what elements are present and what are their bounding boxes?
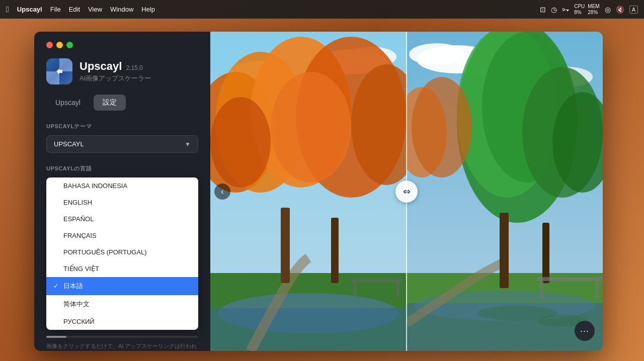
traffic-lights xyxy=(46,42,198,48)
menu-help[interactable]: Help xyxy=(141,6,155,13)
lang-item-en[interactable]: ENGLISH xyxy=(46,194,198,211)
svg-rect-39 xyxy=(595,281,599,299)
svg-rect-36 xyxy=(542,223,549,283)
menubar-right: ⊡ ◷ 🗝 CPU 8% MEM 28% ◎ 🔇 A xyxy=(540,4,638,16)
preview-left xyxy=(210,32,407,351)
lang-label-ja: 日本語 xyxy=(63,282,83,291)
svg-point-22 xyxy=(409,43,464,65)
clock-icon[interactable]: ◷ xyxy=(551,6,557,14)
theme-dropdown[interactable]: UPSCAYL ▼ xyxy=(46,135,198,153)
maximize-button[interactable] xyxy=(66,42,73,48)
theme-dropdown-container: UPSCAYL ▼ xyxy=(46,135,198,153)
menubar-left:  Upscayl File Edit View Window Help xyxy=(6,5,155,14)
user-icon[interactable]: A xyxy=(629,6,638,14)
lang-label-zh: 简体中文 xyxy=(63,300,90,309)
language-dropdown[interactable]: BAHASA INDONESIA ENGLISH ESPAÑOL FRANÇAI… xyxy=(46,177,198,330)
scroll-track xyxy=(46,336,198,338)
app-version: 2.15.0 xyxy=(126,64,142,71)
tab-settings[interactable]: 設定 xyxy=(94,95,126,111)
svg-rect-16 xyxy=(331,218,339,283)
mute-icon[interactable]: 🔇 xyxy=(616,6,624,14)
svg-point-11 xyxy=(271,72,351,183)
collapse-left-button[interactable]: ‹ xyxy=(214,184,230,200)
sidebar: Upscayl 2.15.0 AI画像アップスケーラー Upscayl 設定 U… xyxy=(34,32,210,351)
more-options-button[interactable]: ··· xyxy=(575,321,595,341)
lang-label-ru: РУССКИЙ xyxy=(63,318,95,325)
tab-row: Upscayl 設定 xyxy=(46,95,198,111)
lang-label-pt: PORTUGUÊS (PORTUGAL) xyxy=(63,248,147,256)
svg-rect-17 xyxy=(351,278,401,282)
lang-item-pt[interactable]: PORTUGUÊS (PORTUGAL) xyxy=(46,244,198,260)
apple-menu[interactable]:  xyxy=(6,5,9,14)
logo-arrow-icon xyxy=(54,66,64,76)
wifi-icon[interactable]: ◎ xyxy=(605,6,611,14)
bottom-hint: 画像をクリックするだけで、AI アップスケーリングは行われません。 xyxy=(46,342,198,351)
preview-right xyxy=(407,32,603,351)
svg-rect-38 xyxy=(540,281,543,299)
lang-label-es: ESPAÑOL xyxy=(63,215,94,223)
lang-check-ja: ✓ xyxy=(53,283,60,290)
language-section: UPSCAYLの言語 BAHASA INDONESIA ENGLISH ESPA… xyxy=(46,165,198,351)
lang-item-ru[interactable]: РУССКИЙ xyxy=(46,313,198,330)
menu-edit[interactable]: Edit xyxy=(69,6,80,13)
cpu-mem-display: CPU 8% MEM 28% xyxy=(574,4,599,16)
theme-value: UPSCAYL xyxy=(54,140,84,148)
preview-area: ⇔ ‹ ··· xyxy=(210,32,603,351)
svg-rect-14 xyxy=(210,308,407,351)
svg-rect-19 xyxy=(396,282,399,297)
scroll-thumb xyxy=(46,336,66,338)
scroll-hint xyxy=(46,336,198,338)
mem-label: MEM 28% xyxy=(588,4,599,16)
lang-item-fr[interactable]: FRANÇAIS xyxy=(46,227,198,244)
menu-window[interactable]: Window xyxy=(110,6,133,13)
menu-file[interactable]: File xyxy=(50,6,61,13)
svg-rect-35 xyxy=(500,213,509,288)
chevron-left-icon: ‹ xyxy=(221,187,223,196)
chevron-down-icon: ▼ xyxy=(185,141,191,148)
ellipsis-icon: ··· xyxy=(580,326,589,336)
lang-label-vi: TIẾNG VIỆT xyxy=(63,265,99,273)
svg-rect-37 xyxy=(537,277,603,281)
menubar:  Upscayl File Edit View Window Help ⊡ ◷… xyxy=(0,0,644,19)
app-subtitle: AI画像アップスケーラー xyxy=(79,74,151,83)
app-title-group: Upscayl 2.15.0 AI画像アップスケーラー xyxy=(79,60,151,83)
before-image xyxy=(210,32,407,351)
tab-upscayl[interactable]: Upscayl xyxy=(46,95,90,111)
app-title-row: Upscayl 2.15.0 xyxy=(79,60,151,73)
menu-view[interactable]: View xyxy=(88,6,102,13)
theme-label: UPSCAYLテーマ xyxy=(46,123,198,130)
cpu-display: CPU 8% xyxy=(574,4,585,16)
lang-item-es[interactable]: ESPAÑOL xyxy=(46,211,198,227)
lang-item-zh[interactable]: 简体中文 xyxy=(46,295,198,313)
divider-handle[interactable]: ⇔ xyxy=(395,180,418,203)
cpu-label: CPU 8% xyxy=(574,4,585,16)
minimize-button[interactable] xyxy=(56,42,63,48)
app-logo xyxy=(46,58,72,84)
after-image xyxy=(407,32,603,351)
svg-rect-15 xyxy=(281,208,290,283)
close-button[interactable] xyxy=(46,42,53,48)
menubar-appname[interactable]: Upscayl xyxy=(17,6,42,13)
app-header: Upscayl 2.15.0 AI画像アップスケーラー xyxy=(46,58,198,84)
theme-section: UPSCAYLテーマ UPSCAYL ▼ xyxy=(46,123,198,165)
lang-label-fr: FRANÇAIS xyxy=(63,232,97,239)
language-label: UPSCAYLの言語 xyxy=(46,165,198,172)
lang-label-en: ENGLISH xyxy=(63,199,92,206)
lang-item-ja[interactable]: ✓ 日本語 xyxy=(46,277,198,295)
svg-point-10 xyxy=(210,97,271,188)
svg-point-31 xyxy=(412,77,472,177)
key-icon[interactable]: 🗝 xyxy=(562,6,569,14)
screen-share-icon[interactable]: ⊡ xyxy=(540,6,546,14)
lang-item-id[interactable]: BAHASA INDONESIA xyxy=(46,177,198,194)
mem-display: MEM 28% xyxy=(588,4,599,16)
app-window: Upscayl 2.15.0 AI画像アップスケーラー Upscayl 設定 U… xyxy=(34,32,603,351)
lang-label-id: BAHASA INDONESIA xyxy=(63,182,127,190)
app-name: Upscayl xyxy=(79,60,122,73)
svg-rect-18 xyxy=(354,282,357,297)
lang-item-vi[interactable]: TIẾNG VIỆT xyxy=(46,260,198,277)
resize-icon: ⇔ xyxy=(403,186,411,197)
